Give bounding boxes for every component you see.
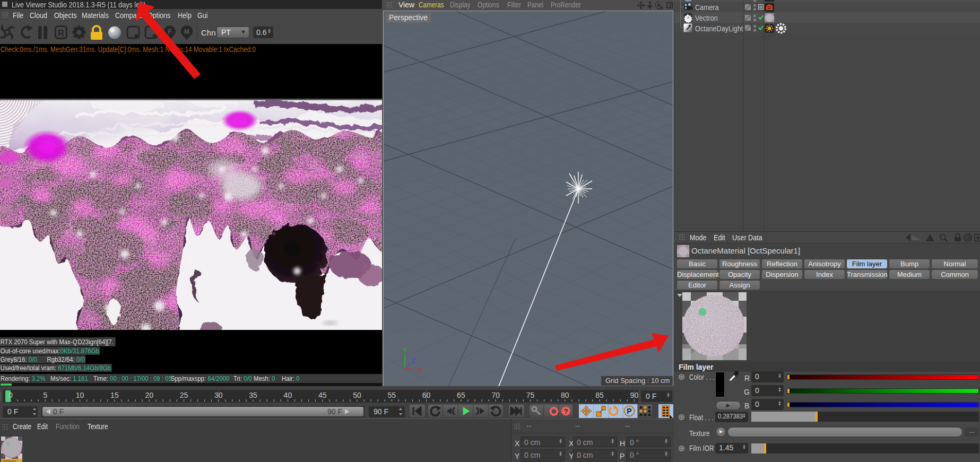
svg-text:OctSpec: OctSpec [2,459,16,462]
svg-text:25: 25 [180,391,188,399]
svg-text:0 F: 0 F [53,407,64,416]
svg-text:90: 90 [630,391,638,399]
svg-text:75: 75 [526,391,535,399]
svg-text:F: F [168,28,171,36]
svg-text:10: 10 [76,391,84,399]
svg-text:45: 45 [318,391,327,399]
svg-text:Y: Y [403,347,407,354]
svg-text:5: 5 [43,391,47,399]
svg-text:85: 85 [595,391,604,399]
svg-text:70: 70 [491,391,500,399]
svg-text:X: X [418,367,422,374]
svg-text:0: 0 [8,391,13,399]
svg-text:20: 20 [145,391,153,399]
svg-text:30: 30 [214,391,223,399]
svg-text:60: 60 [422,391,431,399]
svg-text:P: P [627,407,631,415]
svg-text:M: M [184,28,189,36]
svg-text:?: ? [564,407,568,415]
svg-text:0 F: 0 F [7,407,18,416]
svg-text:40: 40 [284,391,292,399]
svg-text:15: 15 [110,391,119,399]
svg-text:R: R [58,28,64,38]
svg-text:Z: Z [412,357,415,364]
svg-text:55: 55 [388,391,396,399]
svg-text:50: 50 [353,391,361,399]
svg-text:90 F: 90 F [327,407,342,416]
svg-text:35: 35 [249,391,257,399]
svg-text:65: 65 [457,391,465,399]
svg-text:90 F: 90 F [374,407,388,416]
svg-text:80: 80 [561,391,569,399]
